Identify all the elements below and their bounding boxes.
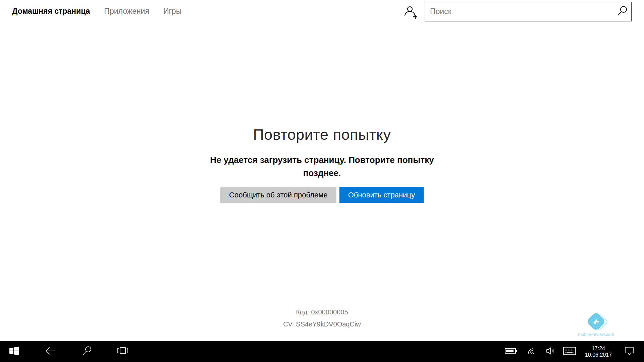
task-view-button[interactable] (113, 341, 133, 362)
report-problem-button[interactable]: Сообщить об этой проблеме (220, 187, 336, 203)
error-code: Код: 0x00000005 (0, 308, 644, 316)
wifi-icon (526, 347, 535, 356)
refresh-page-button[interactable]: Обновить страницу (339, 187, 424, 203)
store-top-nav: Домашняя страница Приложения Игры (12, 7, 181, 16)
back-button[interactable] (40, 341, 60, 362)
sign-in-button[interactable] (402, 4, 419, 21)
clock[interactable]: 17:24 10.06.2017 (581, 341, 616, 362)
error-cv: CV: SS4eY9kDV0OaqCiw (0, 320, 644, 328)
search-icon (82, 346, 92, 357)
taskbar: 17:24 10.06.2017 (0, 341, 644, 362)
error-message: Не удается загрузить страницу. Повторите… (191, 154, 453, 180)
wifi-status-button[interactable] (521, 341, 541, 362)
nav-item-apps[interactable]: Приложения (104, 7, 149, 16)
speaker-icon (546, 347, 555, 356)
watermark-text: mobile-review.com (578, 332, 614, 337)
error-codes: Код: 0x00000005 CV: SS4eY9kDV0OaqCiw (0, 308, 644, 333)
clock-date: 10.06.2017 (585, 352, 612, 358)
nav-item-home[interactable]: Домашняя страница (12, 7, 90, 16)
error-actions: Сообщить об этой проблеме Обновить стран… (0, 187, 644, 203)
battery-status-button[interactable] (501, 341, 521, 362)
taskbar-search-button[interactable] (77, 341, 97, 362)
action-center-icon (624, 346, 634, 357)
clock-time: 17:24 (592, 345, 605, 352)
add-user-icon (402, 4, 419, 21)
search-icon (617, 6, 628, 17)
nav-item-games[interactable]: Игры (163, 7, 181, 16)
search-input[interactable] (425, 2, 614, 21)
back-arrow-icon (44, 347, 56, 356)
volume-status-button[interactable] (541, 341, 561, 362)
error-title: Повторите попытку (0, 126, 644, 143)
windows-logo-icon (8, 345, 20, 358)
touch-keyboard-button[interactable] (559, 341, 580, 362)
search-box (425, 2, 632, 21)
keyboard-icon (563, 347, 576, 356)
start-button[interactable] (4, 341, 24, 362)
search-submit-button[interactable] (614, 2, 631, 21)
task-view-icon (117, 347, 129, 356)
battery-icon (505, 348, 518, 355)
action-center-button[interactable] (619, 341, 639, 362)
